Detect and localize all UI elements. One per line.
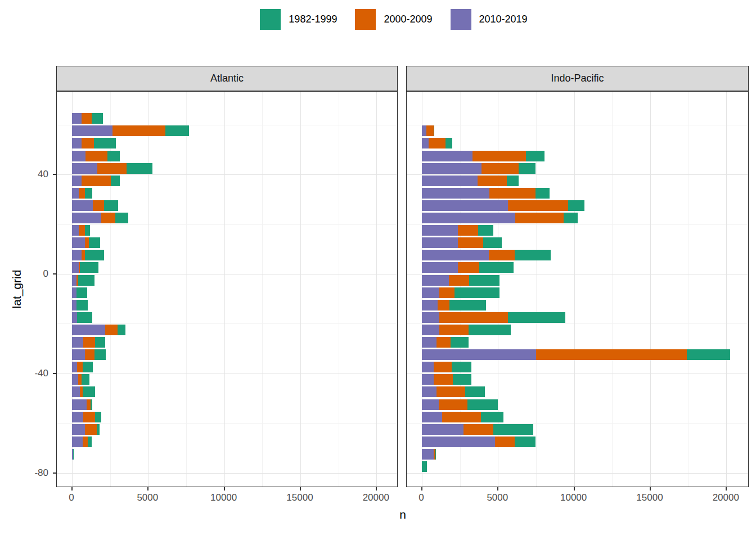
bar-segment-1982-1999 <box>452 362 471 372</box>
bar-segment-2010-2019 <box>422 362 434 372</box>
y-tick-label: -40 <box>16 368 48 379</box>
bar-segment-2000-2009 <box>85 424 97 435</box>
bar-segment-2000-2009 <box>82 176 111 186</box>
bar-segment-2010-2019 <box>422 349 536 360</box>
bar-segment-2010-2019 <box>72 386 80 397</box>
bar-segment-1982-1999 <box>483 237 501 248</box>
gridline-horizontal-minor <box>407 125 748 125</box>
bar-segment-2010-2019 <box>422 151 472 161</box>
bar-segment-1982-1999 <box>449 300 486 310</box>
x-tick-mark <box>650 487 651 490</box>
bar-segment-1982-1999 <box>82 374 89 385</box>
bar-segment-2000-2009 <box>93 200 105 211</box>
bar-segment-2000-2009 <box>439 399 467 410</box>
bar-segment-2010-2019 <box>422 125 426 136</box>
bar-segment-2000-2009 <box>482 163 519 174</box>
bar-segment-2010-2019 <box>72 237 85 248</box>
x-tick-label: 20000 <box>713 492 739 503</box>
bar-segment-1982-1999 <box>95 337 105 348</box>
bar-segment-1982-1999 <box>94 349 106 360</box>
gridline-horizontal-major <box>57 374 397 374</box>
legend-key-swatch <box>451 9 471 30</box>
gridline-vertical-minor <box>339 92 339 487</box>
bar-segment-2010-2019 <box>422 275 449 286</box>
bar-segment-2010-2019 <box>422 424 464 435</box>
bar-segment-2000-2009 <box>83 337 95 348</box>
bar-segment-2010-2019 <box>422 163 482 174</box>
bar-segment-1982-1999 <box>465 386 485 397</box>
bar-segment-2000-2009 <box>87 399 91 410</box>
bar-segment-2010-2019 <box>72 250 82 260</box>
bar-segment-2000-2009 <box>85 237 89 248</box>
bar-segment-2000-2009 <box>429 138 446 148</box>
bar-segment-2010-2019 <box>72 163 97 174</box>
x-tick-label: 0 <box>69 492 74 503</box>
bar-segment-1982-1999 <box>85 225 91 236</box>
facet-strip: Atlantic <box>56 66 398 91</box>
bar-segment-2010-2019 <box>422 325 439 335</box>
bar-segment-1982-1999 <box>85 188 93 199</box>
bar-segment-1982-1999 <box>478 225 493 236</box>
gridline-vertical-major <box>574 92 575 487</box>
bar-segment-2000-2009 <box>112 125 165 136</box>
x-tick-label: 15000 <box>286 492 313 503</box>
legend-item: 2000-2009 <box>355 9 432 30</box>
bar-segment-2010-2019 <box>72 325 105 335</box>
bar-segment-2000-2009 <box>442 412 481 422</box>
x-axis-title: n <box>399 508 406 521</box>
legend-label: 2010-2019 <box>479 14 528 25</box>
bar-segment-1982-1999 <box>453 374 471 385</box>
bar-segment-1982-1999 <box>454 287 500 298</box>
bar-segment-2010-2019 <box>72 262 79 273</box>
bar-segment-2010-2019 <box>422 374 434 385</box>
bar-segment-2010-2019 <box>422 237 458 248</box>
bar-segment-2000-2009 <box>478 176 507 186</box>
bar-segment-2000-2009 <box>489 250 515 260</box>
bar-segment-1982-1999 <box>97 424 100 435</box>
legend-key-swatch <box>355 9 376 30</box>
gridline-vertical-major <box>224 92 225 487</box>
bar-segment-1982-1999 <box>88 436 92 447</box>
x-tick-mark <box>224 487 225 490</box>
x-tick-label: 15000 <box>636 492 663 503</box>
bar-segment-2010-2019 <box>422 312 439 323</box>
bar-segment-2000-2009 <box>105 325 118 335</box>
bar-segment-1982-1999 <box>434 125 435 136</box>
bar-segment-1982-1999 <box>111 176 120 186</box>
bar-segment-1982-1999 <box>83 386 95 397</box>
bar-segment-2010-2019 <box>72 287 76 298</box>
x-tick-label: 5000 <box>487 492 508 503</box>
bar-segment-2010-2019 <box>422 213 515 223</box>
bar-segment-1982-1999 <box>568 200 584 211</box>
bar-segment-1982-1999 <box>115 213 128 223</box>
bar-segment-2010-2019 <box>72 300 76 310</box>
bar-segment-2010-2019 <box>72 176 82 186</box>
bar-segment-1982-1999 <box>435 449 436 460</box>
bar-segment-1982-1999 <box>94 138 116 148</box>
bar-segment-1982-1999 <box>78 275 94 286</box>
bar-segment-2010-2019 <box>72 312 77 323</box>
gridline-vertical-minor <box>262 92 263 487</box>
bar-segment-2000-2009 <box>83 436 88 447</box>
bar-segment-2000-2009 <box>439 287 454 298</box>
bar-segment-2010-2019 <box>422 287 439 298</box>
bar-segment-2010-2019 <box>422 250 489 260</box>
bar-segment-2010-2019 <box>72 188 79 199</box>
bar-segment-2000-2009 <box>439 325 469 335</box>
bar-segment-2010-2019 <box>72 225 79 236</box>
x-tick-mark <box>300 487 301 490</box>
bar-segment-2000-2009 <box>458 225 478 236</box>
legend-key-swatch <box>260 9 281 30</box>
bar-segment-2000-2009 <box>82 138 94 148</box>
bar-segment-1982-1999 <box>83 362 93 372</box>
bar-segment-1982-1999 <box>76 287 87 298</box>
bar-segment-1982-1999 <box>77 312 92 323</box>
legend-label: 1982-1999 <box>289 14 337 25</box>
bar-segment-1982-1999 <box>519 163 536 174</box>
bar-segment-1982-1999 <box>515 250 551 260</box>
bar-segment-1982-1999 <box>422 461 427 472</box>
bar-segment-1982-1999 <box>89 237 101 248</box>
bar-segment-1982-1999 <box>107 151 120 161</box>
gridline-horizontal-major <box>407 473 748 474</box>
bar-segment-2000-2009 <box>489 188 535 199</box>
